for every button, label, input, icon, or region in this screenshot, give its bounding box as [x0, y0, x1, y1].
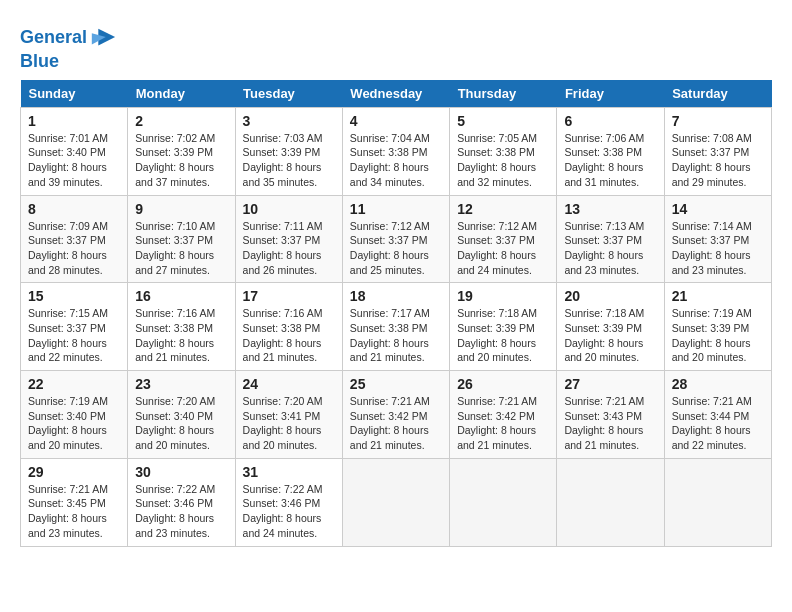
- calendar-cell: [342, 458, 449, 546]
- calendar-cell: 11Sunrise: 7:12 AMSunset: 3:37 PMDayligh…: [342, 195, 449, 283]
- calendar-cell: 19Sunrise: 7:18 AMSunset: 3:39 PMDayligh…: [450, 283, 557, 371]
- calendar-cell: 21Sunrise: 7:19 AMSunset: 3:39 PMDayligh…: [664, 283, 771, 371]
- weekday-header-sunday: Sunday: [21, 80, 128, 108]
- day-info: Sunrise: 7:21 AMSunset: 3:42 PMDaylight:…: [457, 394, 549, 453]
- day-info: Sunrise: 7:11 AMSunset: 3:37 PMDaylight:…: [243, 219, 335, 278]
- day-number: 6: [564, 113, 656, 129]
- day-info: Sunrise: 7:19 AMSunset: 3:39 PMDaylight:…: [672, 306, 764, 365]
- calendar-cell: 13Sunrise: 7:13 AMSunset: 3:37 PMDayligh…: [557, 195, 664, 283]
- calendar-week-4: 22Sunrise: 7:19 AMSunset: 3:40 PMDayligh…: [21, 371, 772, 459]
- calendar-cell: 12Sunrise: 7:12 AMSunset: 3:37 PMDayligh…: [450, 195, 557, 283]
- calendar-cell: 22Sunrise: 7:19 AMSunset: 3:40 PMDayligh…: [21, 371, 128, 459]
- day-info: Sunrise: 7:17 AMSunset: 3:38 PMDaylight:…: [350, 306, 442, 365]
- calendar-cell: 6Sunrise: 7:06 AMSunset: 3:38 PMDaylight…: [557, 107, 664, 195]
- logo-text: General: [20, 28, 87, 48]
- calendar-week-5: 29Sunrise: 7:21 AMSunset: 3:45 PMDayligh…: [21, 458, 772, 546]
- day-info: Sunrise: 7:13 AMSunset: 3:37 PMDaylight:…: [564, 219, 656, 278]
- day-number: 10: [243, 201, 335, 217]
- day-info: Sunrise: 7:21 AMSunset: 3:43 PMDaylight:…: [564, 394, 656, 453]
- page-header: General Blue: [20, 20, 772, 72]
- day-info: Sunrise: 7:20 AMSunset: 3:41 PMDaylight:…: [243, 394, 335, 453]
- calendar-cell: 7Sunrise: 7:08 AMSunset: 3:37 PMDaylight…: [664, 107, 771, 195]
- calendar-cell: 17Sunrise: 7:16 AMSunset: 3:38 PMDayligh…: [235, 283, 342, 371]
- weekday-header-monday: Monday: [128, 80, 235, 108]
- calendar-cell: [450, 458, 557, 546]
- calendar-cell: 3Sunrise: 7:03 AMSunset: 3:39 PMDaylight…: [235, 107, 342, 195]
- calendar-cell: 9Sunrise: 7:10 AMSunset: 3:37 PMDaylight…: [128, 195, 235, 283]
- day-number: 18: [350, 288, 442, 304]
- day-info: Sunrise: 7:16 AMSunset: 3:38 PMDaylight:…: [135, 306, 227, 365]
- day-info: Sunrise: 7:14 AMSunset: 3:37 PMDaylight:…: [672, 219, 764, 278]
- day-number: 31: [243, 464, 335, 480]
- day-info: Sunrise: 7:22 AMSunset: 3:46 PMDaylight:…: [135, 482, 227, 541]
- day-info: Sunrise: 7:18 AMSunset: 3:39 PMDaylight:…: [564, 306, 656, 365]
- day-number: 20: [564, 288, 656, 304]
- day-number: 4: [350, 113, 442, 129]
- day-info: Sunrise: 7:21 AMSunset: 3:45 PMDaylight:…: [28, 482, 120, 541]
- day-number: 27: [564, 376, 656, 392]
- day-info: Sunrise: 7:09 AMSunset: 3:37 PMDaylight:…: [28, 219, 120, 278]
- calendar-week-3: 15Sunrise: 7:15 AMSunset: 3:37 PMDayligh…: [21, 283, 772, 371]
- day-info: Sunrise: 7:20 AMSunset: 3:40 PMDaylight:…: [135, 394, 227, 453]
- day-number: 9: [135, 201, 227, 217]
- day-info: Sunrise: 7:08 AMSunset: 3:37 PMDaylight:…: [672, 131, 764, 190]
- day-info: Sunrise: 7:21 AMSunset: 3:42 PMDaylight:…: [350, 394, 442, 453]
- day-number: 19: [457, 288, 549, 304]
- calendar-week-2: 8Sunrise: 7:09 AMSunset: 3:37 PMDaylight…: [21, 195, 772, 283]
- calendar-cell: 25Sunrise: 7:21 AMSunset: 3:42 PMDayligh…: [342, 371, 449, 459]
- calendar-cell: 23Sunrise: 7:20 AMSunset: 3:40 PMDayligh…: [128, 371, 235, 459]
- calendar-week-1: 1Sunrise: 7:01 AMSunset: 3:40 PMDaylight…: [21, 107, 772, 195]
- day-info: Sunrise: 7:10 AMSunset: 3:37 PMDaylight:…: [135, 219, 227, 278]
- logo: General Blue: [20, 24, 117, 72]
- calendar-table: SundayMondayTuesdayWednesdayThursdayFrid…: [20, 80, 772, 547]
- calendar-cell: 14Sunrise: 7:14 AMSunset: 3:37 PMDayligh…: [664, 195, 771, 283]
- day-info: Sunrise: 7:12 AMSunset: 3:37 PMDaylight:…: [350, 219, 442, 278]
- weekday-header-wednesday: Wednesday: [342, 80, 449, 108]
- calendar-cell: 28Sunrise: 7:21 AMSunset: 3:44 PMDayligh…: [664, 371, 771, 459]
- weekday-header-friday: Friday: [557, 80, 664, 108]
- day-info: Sunrise: 7:02 AMSunset: 3:39 PMDaylight:…: [135, 131, 227, 190]
- weekday-header-row: SundayMondayTuesdayWednesdayThursdayFrid…: [21, 80, 772, 108]
- day-info: Sunrise: 7:22 AMSunset: 3:46 PMDaylight:…: [243, 482, 335, 541]
- day-number: 12: [457, 201, 549, 217]
- day-number: 11: [350, 201, 442, 217]
- calendar-cell: 15Sunrise: 7:15 AMSunset: 3:37 PMDayligh…: [21, 283, 128, 371]
- day-number: 16: [135, 288, 227, 304]
- day-number: 22: [28, 376, 120, 392]
- calendar-cell: 24Sunrise: 7:20 AMSunset: 3:41 PMDayligh…: [235, 371, 342, 459]
- logo-text-blue: Blue: [20, 52, 117, 72]
- day-info: Sunrise: 7:03 AMSunset: 3:39 PMDaylight:…: [243, 131, 335, 190]
- day-info: Sunrise: 7:16 AMSunset: 3:38 PMDaylight:…: [243, 306, 335, 365]
- calendar-cell: 30Sunrise: 7:22 AMSunset: 3:46 PMDayligh…: [128, 458, 235, 546]
- day-number: 29: [28, 464, 120, 480]
- day-number: 24: [243, 376, 335, 392]
- day-number: 14: [672, 201, 764, 217]
- weekday-header-saturday: Saturday: [664, 80, 771, 108]
- day-number: 15: [28, 288, 120, 304]
- day-number: 17: [243, 288, 335, 304]
- weekday-header-tuesday: Tuesday: [235, 80, 342, 108]
- calendar-cell: 26Sunrise: 7:21 AMSunset: 3:42 PMDayligh…: [450, 371, 557, 459]
- day-number: 26: [457, 376, 549, 392]
- day-info: Sunrise: 7:04 AMSunset: 3:38 PMDaylight:…: [350, 131, 442, 190]
- day-number: 13: [564, 201, 656, 217]
- calendar-cell: 1Sunrise: 7:01 AMSunset: 3:40 PMDaylight…: [21, 107, 128, 195]
- day-number: 23: [135, 376, 227, 392]
- day-number: 28: [672, 376, 764, 392]
- day-info: Sunrise: 7:06 AMSunset: 3:38 PMDaylight:…: [564, 131, 656, 190]
- weekday-header-thursday: Thursday: [450, 80, 557, 108]
- calendar-cell: 4Sunrise: 7:04 AMSunset: 3:38 PMDaylight…: [342, 107, 449, 195]
- calendar-cell: 2Sunrise: 7:02 AMSunset: 3:39 PMDaylight…: [128, 107, 235, 195]
- calendar-cell: 20Sunrise: 7:18 AMSunset: 3:39 PMDayligh…: [557, 283, 664, 371]
- calendar-cell: 31Sunrise: 7:22 AMSunset: 3:46 PMDayligh…: [235, 458, 342, 546]
- calendar-cell: [557, 458, 664, 546]
- day-info: Sunrise: 7:15 AMSunset: 3:37 PMDaylight:…: [28, 306, 120, 365]
- day-info: Sunrise: 7:18 AMSunset: 3:39 PMDaylight:…: [457, 306, 549, 365]
- calendar-cell: 8Sunrise: 7:09 AMSunset: 3:37 PMDaylight…: [21, 195, 128, 283]
- day-number: 2: [135, 113, 227, 129]
- calendar-cell: 27Sunrise: 7:21 AMSunset: 3:43 PMDayligh…: [557, 371, 664, 459]
- day-number: 8: [28, 201, 120, 217]
- logo-icon: [89, 24, 117, 52]
- calendar-cell: 18Sunrise: 7:17 AMSunset: 3:38 PMDayligh…: [342, 283, 449, 371]
- day-number: 3: [243, 113, 335, 129]
